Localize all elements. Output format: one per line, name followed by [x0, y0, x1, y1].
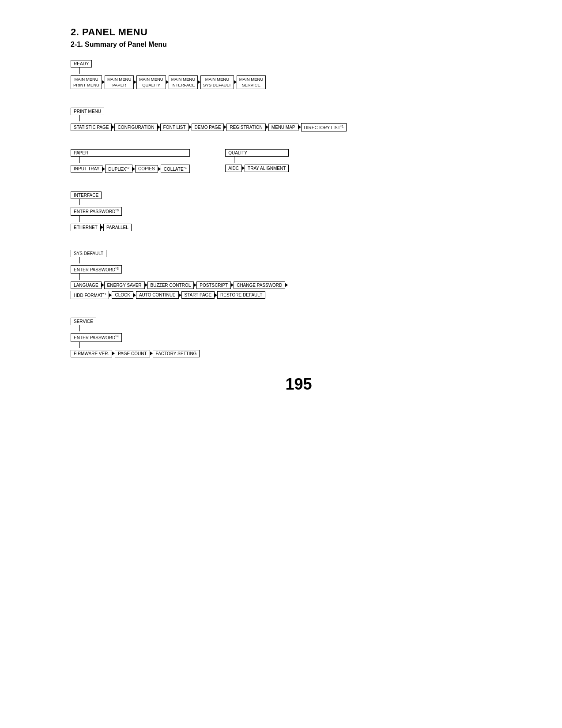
clock-box: CLOCK [112, 291, 133, 299]
section-title: 2-1. Summary of Panel Menu [71, 41, 527, 49]
enter-password-interface: ENTER PASSWORD*3 [71, 207, 527, 215]
quality-items-row: AIDC TRAY ALIGNMENT [225, 165, 289, 172]
hdd-format-box: HDD FORMAT*1 [71, 291, 109, 299]
directory-list-box: DIRECTORY LIST*1 [301, 123, 347, 131]
arrow-chpw [285, 283, 288, 287]
arrow-ethernet [100, 225, 103, 229]
arrow-reg [265, 125, 268, 129]
arrow-input [102, 167, 105, 171]
main-menu-print: MAIN MENU PRINT MENU [71, 75, 102, 89]
section-header: 2. PANEL MENU 2-1. Summary of Panel Menu [71, 26, 527, 49]
enter-password-srv-box: ENTER PASSWORD*4 [71, 333, 122, 341]
main-menu-sysdefault: MAIN MENU SYS DEFAULT [200, 75, 234, 89]
collate-box: COLLATE*1 [161, 165, 190, 173]
arrow-aidc [241, 166, 245, 170]
arrow-clock [133, 293, 136, 297]
arrow-5 [234, 80, 237, 84]
v-line-paper [79, 157, 80, 163]
arrow-post [230, 283, 234, 287]
main-menu-paper: MAIN MENU PAPER [105, 75, 134, 89]
quality-box: QUALITY [225, 149, 289, 157]
enter-password-int-box: ENTER PASSWORD*3 [71, 207, 122, 215]
configuration-box: CONFIGURATION [114, 124, 157, 131]
arrow-buzzer [193, 283, 196, 287]
diagram-sysdefault: SYS DEFAULT ENTER PASSWORD*3 LANGUAGE EN… [71, 249, 527, 300]
interface-box: INTERFACE [71, 191, 102, 199]
main-menu-quality: MAIN MENU QUALITY [136, 75, 166, 89]
diagram-ready: READY MAIN MENU PRINT MENU MAIN MENU PAP… [71, 59, 527, 89]
auto-continue-box: AUTO CONTINUE [136, 291, 179, 299]
paper-section: PAPER INPUT TRAY DUPLEX*2 COPIES COLLATE… [71, 149, 190, 173]
restore-default-box: RESTORE DEFAULT [217, 291, 265, 299]
connector-service2 [71, 342, 527, 348]
connector-ready [71, 68, 527, 74]
quality-section: QUALITY AIDC TRAY ALIGNMENT [225, 149, 289, 172]
v-line-interface2 [79, 216, 80, 222]
service-box: SERVICE [71, 318, 96, 325]
v-line-service2 [79, 342, 80, 348]
sys-default-row1: LANGUAGE ENERGY SAVER BUZZER CONTROL POS… [71, 281, 527, 289]
connector-sysdefault [71, 257, 527, 263]
print-menu-row: STATISTIC PAGE CONFIGURATION FONT LIST D… [71, 123, 527, 131]
sys-default-box: SYS DEFAULT [71, 250, 106, 257]
print-menu-box: PRINT MENU [71, 108, 104, 115]
v-line-interface [79, 199, 80, 205]
ready-box: READY [71, 60, 92, 68]
arrow-copies [158, 167, 161, 171]
arrow-demo [223, 125, 226, 129]
v-line-service [79, 325, 80, 331]
statistic-page-box: STATISTIC PAGE [71, 124, 112, 131]
menu-map-box: MENU MAP [268, 124, 298, 131]
connector-paper [71, 157, 190, 163]
v-line-print [79, 115, 80, 121]
v-line-sysdefault [79, 257, 80, 263]
change-password-box: CHANGE PASSWORD [234, 281, 285, 289]
v-line [79, 68, 80, 74]
ethernet-box: ETHERNET [71, 224, 101, 231]
paper-items-row: INPUT TRAY DUPLEX*2 COPIES COLLATE*1 [71, 165, 190, 173]
arrow-4 [197, 80, 200, 84]
arrow-2 [133, 80, 136, 84]
page: 2. PANEL MENU 2-1. Summary of Panel Menu… [0, 0, 562, 728]
chapter-title: 2. PANEL MENU [71, 26, 527, 38]
arrow-3 [166, 80, 169, 84]
page-number: 195 [71, 375, 527, 394]
arrow-energy [144, 283, 147, 287]
input-tray-box: INPUT TRAY [71, 165, 102, 173]
connector-service [71, 325, 527, 331]
demo-page-box: DEMO PAGE [192, 124, 224, 131]
service-items-row: FIRMWARE VER. PAGE COUNT FACTORY SETTING [71, 350, 527, 357]
main-menu-interface: MAIN MENU INTERFACE [169, 75, 198, 89]
main-menu-row: MAIN MENU PRINT MENU MAIN MENU PAPER MAI… [71, 75, 527, 89]
language-box: LANGUAGE [71, 281, 102, 289]
factory-setting-box: FACTORY SETTING [153, 350, 200, 357]
arrow-stat [111, 125, 114, 129]
enter-password-sys: ENTER PASSWORD*3 [71, 265, 527, 274]
arrow-fw [112, 351, 115, 356]
postscript-box: POSTSCRIPT [196, 281, 231, 289]
firmware-ver-box: FIRMWARE VER. [71, 350, 112, 357]
arrow-1 [102, 80, 105, 84]
duplex-box: DUPLEX*2 [105, 165, 132, 173]
diagram-interface: INTERFACE ENTER PASSWORD*3 ETHERNET PARA… [71, 191, 527, 231]
connector-interface2 [71, 216, 527, 222]
paper-box: PAPER [71, 149, 190, 157]
energy-saver-box: ENERGY SAVER [104, 281, 145, 289]
font-list-box: FONT LIST [160, 124, 189, 131]
arrow-lang [101, 283, 104, 287]
arrow-start [214, 293, 217, 297]
sys-default-row2: HDD FORMAT*1 CLOCK AUTO CONTINUE START P… [71, 291, 527, 299]
arrow-pg [150, 351, 153, 356]
tray-alignment-box: TRAY ALIGNMENT [245, 165, 289, 172]
paper-quality-section: PAPER INPUT TRAY DUPLEX*2 COPIES COLLATE… [71, 149, 527, 173]
parallel-box: PARALLEL [103, 224, 132, 231]
arrow-auto [178, 293, 181, 297]
diagram-service: SERVICE ENTER PASSWORD*4 FIRMWARE VER. P… [71, 317, 527, 357]
arrow-font [189, 125, 192, 129]
v-line-sysdefault2 [79, 274, 80, 280]
enter-password-service: ENTER PASSWORD*4 [71, 333, 527, 341]
start-page-box: START PAGE [181, 291, 215, 299]
arrow-conf [157, 125, 160, 129]
main-menu-service: MAIN MENU SERVICE [237, 75, 266, 89]
page-count-box: PAGE COUNT [115, 350, 150, 357]
